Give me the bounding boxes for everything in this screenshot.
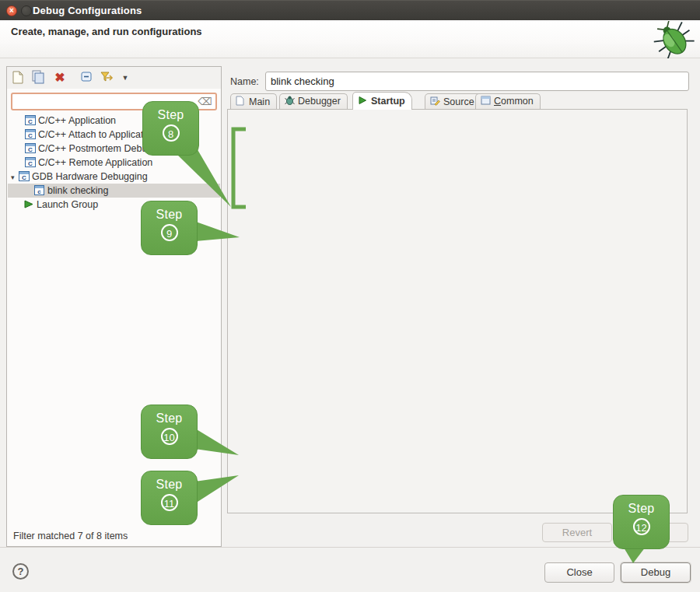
window-minimize-icon[interactable]	[21, 5, 32, 16]
window-icon	[481, 96, 491, 105]
play-icon	[358, 96, 368, 105]
callout-step-11: Step 11	[141, 471, 198, 525]
name-label: Name:	[230, 76, 259, 87]
tab-main[interactable]: Main	[230, 93, 277, 110]
collapse-all-icon[interactable]	[79, 70, 94, 86]
step-number: 9	[161, 224, 178, 241]
duplicate-icon[interactable]	[30, 70, 46, 86]
configurations-toolbar: ✖ ▼	[7, 67, 221, 89]
step-number: 12	[633, 518, 650, 535]
svg-text:C: C	[28, 146, 33, 153]
help-button[interactable]: ?	[12, 563, 29, 580]
dialog-subtitle: Create, manage, and run configurations	[11, 26, 202, 37]
bug-icon	[285, 96, 295, 105]
file-icon	[236, 96, 246, 105]
step-number: 11	[161, 494, 178, 511]
svg-text:C: C	[28, 118, 33, 125]
step-number: 10	[161, 428, 178, 445]
tab-common[interactable]: Common	[475, 93, 541, 110]
svg-text:C: C	[28, 132, 33, 139]
tab-source[interactable]: Source	[425, 93, 481, 110]
filter-icon[interactable]	[99, 70, 114, 86]
tree-item-cpp-remote[interactable]: CC/C++ Remote Application	[8, 156, 220, 170]
tab-startup[interactable]: Startup	[352, 92, 412, 110]
close-button[interactable]: Close	[544, 562, 614, 583]
window-title: Debug Configurations	[33, 5, 142, 16]
debug-button[interactable]: Debug	[621, 562, 691, 583]
bug-logo-icon	[644, 21, 695, 58]
callout-step-9: Step 9	[141, 201, 198, 255]
startup-tab-content	[227, 109, 688, 513]
delete-icon[interactable]: ✖	[52, 70, 68, 86]
dropdown-caret-icon[interactable]: ▼	[117, 70, 133, 86]
source-icon	[430, 96, 440, 105]
expander-icon[interactable]: ▾	[11, 170, 19, 184]
svg-text:C: C	[28, 160, 33, 167]
tree-item-gdb-hardware[interactable]: ▾CGDB Hardware Debugging	[8, 170, 220, 184]
window-close-icon[interactable]: ×	[6, 5, 17, 16]
tree-item-blink-checking[interactable]: cblink checking	[8, 184, 220, 198]
svg-text:C: C	[22, 174, 26, 181]
callout-step-8: Step 8	[142, 101, 199, 156]
step-number: 8	[163, 124, 180, 142]
callout-step-12: Step 12	[613, 495, 670, 549]
svg-text:c: c	[37, 188, 41, 195]
dialog-header: Create, manage, and run configurations	[0, 20, 700, 58]
revert-button[interactable]: Revert	[542, 523, 612, 542]
callout-step-10: Step 10	[141, 405, 198, 459]
new-configuration-icon[interactable]	[10, 70, 26, 86]
titlebar: × Debug Configurations	[0, 0, 700, 20]
filter-status: Filter matched 7 of 8 items	[13, 531, 128, 541]
footer-separator	[0, 547, 700, 548]
name-input[interactable]	[265, 72, 689, 91]
tab-debugger[interactable]: Debugger	[279, 93, 348, 110]
clear-icon[interactable]: ⌫	[198, 96, 212, 107]
